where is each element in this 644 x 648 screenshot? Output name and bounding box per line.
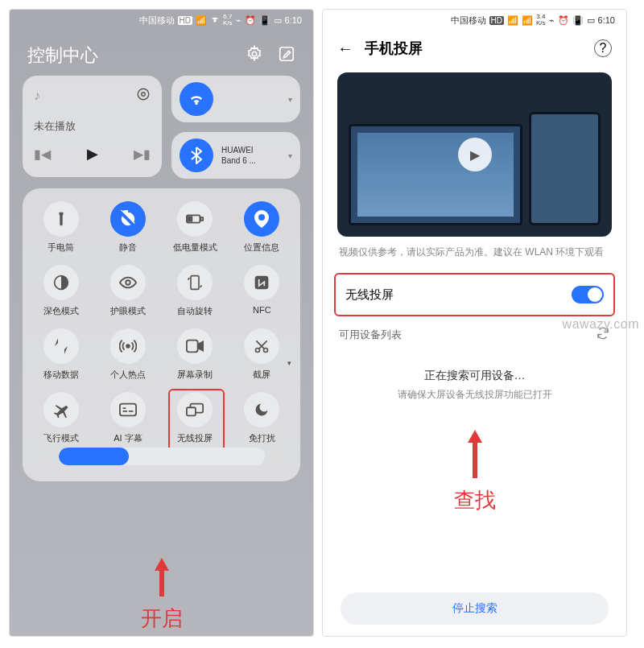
tile-auto-rotate[interactable]: 自动旋转 [167,265,223,317]
sun-low-icon: ☼ [40,449,52,464]
alarm-icon: ⏰ [245,15,256,26]
toggle-label: 无线投屏 [345,287,394,303]
svg-rect-6 [188,217,192,221]
svg-point-11 [126,345,130,348]
rotate-icon [177,265,213,300]
bluetooth-icon: ⌁ [236,15,242,26]
phone-illustration [529,112,601,225]
tile-eye-comfort[interactable]: 护眼模式 [100,265,156,317]
moon-icon [244,392,279,427]
page-title: 手机投屏 [365,39,583,58]
settings-icon[interactable] [246,45,263,66]
caption-icon [110,392,146,427]
svg-point-2 [138,89,149,100]
bluetooth-tile[interactable]: HUAWEI Band 6 ... ▾ [171,132,300,179]
vibrate-icon: 📳 [259,15,270,26]
airplane-icon [43,392,79,427]
tile-wireless-projection[interactable]: 无线投屏 [167,392,223,444]
cast-audio-icon[interactable] [136,87,151,105]
tile-hotspot[interactable]: 个人热点 [100,328,156,381]
alarm-icon: ⏰ [558,15,569,26]
vibrate-icon: 📳 [572,15,584,26]
clock: 6:10 [598,15,615,25]
stop-search-button[interactable]: 停止搜索 [341,592,609,625]
record-icon [177,328,213,364]
searching-status: 正在搜索可用设备… 请确保大屏设备无线投屏功能已打开 [323,369,626,402]
video-note: 视频仅供参考，请以实际产品为准。建议在 WLAN 环境下观看 [323,237,626,268]
signal-icon: 📶 [196,15,207,26]
quick-tiles-panel: 手电筒 静音 低电量模式 位置信息 深色模式 护眼模式 自动旋转 NFC 移动数… [23,188,300,481]
svg-rect-12 [187,341,198,353]
music-icon: ♪ [34,89,40,103]
tile-ai-caption[interactable]: AI 字幕 [100,392,156,444]
edit-icon[interactable] [278,45,295,66]
svg-rect-15 [120,404,136,416]
cast-icon [177,392,213,427]
play-icon[interactable]: ▶ [87,145,98,163]
hd-badge: HD [489,16,504,25]
sun-high-icon: ☀ [271,449,283,464]
svg-rect-10 [255,276,269,290]
device-list-label: 可用设备列表 [339,328,402,342]
svg-rect-5 [200,217,203,221]
control-center-title: 控制中心 [27,43,98,68]
scissors-icon [244,328,279,364]
help-icon[interactable]: ? [594,39,612,57]
toggle-switch[interactable] [572,286,604,303]
tile-low-battery[interactable]: 低电量模式 [167,201,223,254]
tile-mute[interactable]: 静音 [100,201,156,254]
location-icon [244,201,279,237]
chevron-down-icon: ▾ [288,151,292,160]
wifi-icon: 📶 [522,15,533,26]
tile-nfc[interactable]: NFC [233,265,290,317]
carrier-label: 中国移动 [451,14,486,27]
instruction-video[interactable]: ▶ [337,72,612,237]
tile-airplane[interactable]: 飞行模式 [33,392,89,444]
prev-track-icon[interactable]: ▮◀ [34,147,51,162]
brightness-slider[interactable]: ☼ ☀ [27,444,295,465]
status-bar: 中国移动 HD 📶 6.7K/s ⌁ ⏰ 📳 ▭ 6:10 [10,10,313,31]
tile-flashlight[interactable]: 手电筒 [33,201,89,254]
carrier-label: 中国移动 [139,14,175,27]
annotation-arrow-1: 开启 [141,556,183,633]
dark-mode-icon [43,265,79,300]
tile-screen-record[interactable]: 屏幕录制 [167,328,223,381]
hotspot-icon [110,328,146,364]
svg-point-0 [252,52,257,56]
bluetooth-icon [180,138,213,172]
back-icon[interactable]: ← [337,39,353,58]
mute-icon [110,201,146,237]
svg-rect-17 [187,407,196,415]
annotation-arrow-2: 查找 [454,428,496,514]
tile-dnd[interactable]: 免打扰 [233,392,290,444]
screenshot-control-center: 中国移动 HD 📶 6.7K/s ⌁ ⏰ 📳 ▭ 6:10 控制中心 [9,9,314,637]
tile-screenshot[interactable]: 截屏▾ [233,328,290,381]
svg-point-8 [126,280,130,285]
mobile-data-icon [43,328,79,364]
tile-dark-mode[interactable]: 深色模式 [33,265,89,317]
play-icon[interactable]: ▶ [458,138,492,171]
tv-illustration [349,124,522,225]
music-card[interactable]: ♪ 未在播放 ▮◀ ▶ ▶▮ [23,76,162,177]
svg-point-3 [142,93,146,97]
battery-icon: ▭ [274,15,282,26]
clock: 6:10 [285,15,302,25]
next-track-icon[interactable]: ▶▮ [134,147,151,162]
chevron-down-icon: ▾ [288,95,292,104]
battery-icon [177,201,213,237]
watermark: wawazy.com [563,317,639,332]
status-bar: 中国移动 HD 📶 📶 3.4K/s ⌁ ⏰ 📳 ▭ 6:10 [323,10,626,31]
tile-mobile-data[interactable]: 移动数据 [33,328,89,381]
hd-badge: HD [178,16,192,25]
flashlight-icon [43,201,79,237]
tile-location[interactable]: 位置信息 [233,201,290,254]
wifi-icon [210,15,220,25]
svg-rect-9 [191,276,199,290]
music-status: 未在播放 [34,119,151,134]
wifi-icon [180,82,213,116]
wifi-tile[interactable]: ▾ [171,76,300,122]
wireless-projection-toggle-row[interactable]: 无线投屏 [334,273,615,316]
battery-icon: ▭ [587,15,595,26]
signal-icon: 📶 [507,15,518,26]
eye-icon [110,265,146,300]
